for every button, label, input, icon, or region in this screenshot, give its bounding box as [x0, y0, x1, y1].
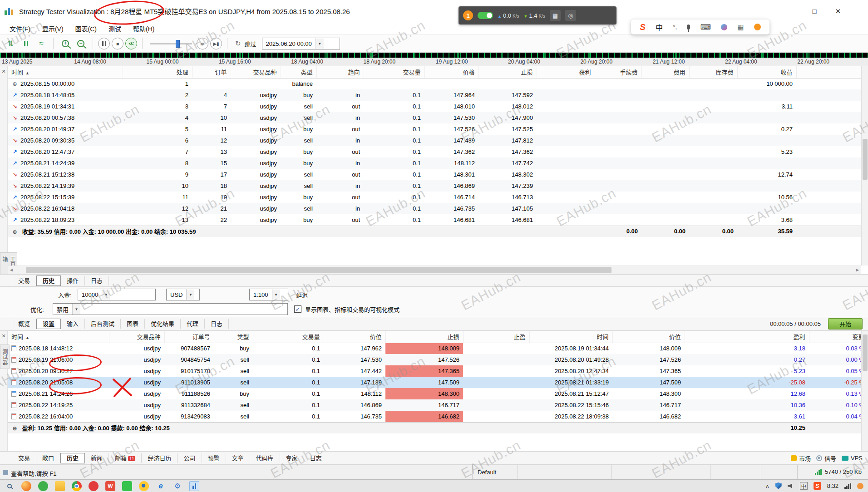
network-icon[interactable] — [844, 483, 851, 489]
indicator-line-button[interactable]: ≈ — [35, 37, 48, 50]
leverage-combo[interactable]: 1:100▼ — [249, 289, 288, 300]
skip-to-end-button[interactable]: ▶▮ — [210, 38, 222, 49]
column-header-9[interactable]: 获利 — [537, 66, 595, 78]
mic-icon[interactable] — [687, 25, 690, 30]
speed-slider[interactable] — [150, 38, 192, 49]
bottom-tab-11[interactable]: 日志 — [304, 453, 328, 463]
toolbox-tab-2[interactable]: 操作 — [61, 276, 85, 285]
bottom-tab-0[interactable]: 交易 — [12, 453, 36, 463]
column-header-5[interactable]: 趋向 — [316, 66, 364, 78]
minimize-button[interactable]: — — [785, 7, 796, 15]
column-header-13[interactable]: 收益 — [737, 66, 796, 78]
toolbox-tab-1[interactable]: 历史 — [36, 276, 61, 286]
net-speed-widget[interactable]: 1 ▲0.0K/s ▼1.4K/s ▦ ◎ — [459, 6, 616, 25]
defender-shield-icon[interactable] — [775, 482, 782, 489]
clock[interactable]: 8:32 — [827, 482, 838, 489]
browser-360-icon[interactable] — [38, 481, 48, 491]
table-row[interactable]: ↗2025.08.18 14:48:0524usdjpybuyin0.1147.… — [8, 89, 868, 101]
profile-selector[interactable]: Default — [478, 469, 496, 476]
table-row[interactable]: ↗2025.08.20 12:47:37713usdjpybuyout0.114… — [8, 146, 868, 157]
column-header-0[interactable]: 时间▲ — [8, 331, 109, 343]
menu-item-0[interactable]: 文件(F) — [4, 23, 36, 34]
bottom-tab-1[interactable]: 敞口 — [36, 453, 60, 463]
chevron-up-icon[interactable]: ∧ — [765, 483, 769, 489]
slider-handle[interactable] — [176, 40, 180, 48]
column-header-9[interactable]: 价位 — [612, 331, 685, 343]
positions-summary-row[interactable]: ⊕ 盈利: 10.25 信用: 0.00 入金: 0.00 提款: 0.00 结… — [8, 422, 868, 433]
notification-icon[interactable] — [857, 483, 863, 489]
red-app-icon[interactable] — [89, 481, 99, 491]
tester-tab-6[interactable]: 代理 — [181, 319, 205, 329]
scrollbar-thumb[interactable] — [863, 139, 868, 180]
scroll-right-icon[interactable]: ► — [855, 267, 860, 272]
folder-icon[interactable] — [55, 481, 65, 491]
settings-gear-icon[interactable]: ⚙ — [173, 481, 182, 491]
table-row[interactable]: ↘2025.08.20 09:30:35612usdjpysellin0.114… — [8, 135, 868, 146]
zoom-in-button[interactable]: + — [59, 37, 72, 50]
column-header-7[interactable]: 价格 — [424, 66, 478, 78]
chrome-icon[interactable] — [72, 481, 82, 491]
column-header-6[interactable]: 止损 — [385, 331, 463, 343]
zoom-out-button[interactable]: − — [74, 37, 88, 50]
search-icon[interactable] — [5, 481, 15, 491]
firefox-icon[interactable] — [21, 481, 31, 491]
column-header-3[interactable]: 类型 — [214, 331, 253, 343]
chinese-mode-icon[interactable]: 中 — [656, 22, 663, 33]
table-row[interactable]: ⊕2025.08.15 00:00:001balance10 000.00 — [8, 78, 868, 89]
column-header-4[interactable]: 交易量 — [253, 331, 324, 343]
tester-tab-2[interactable]: 输入 — [61, 319, 85, 329]
toolbox-tab-3[interactable]: 日志 — [85, 276, 109, 285]
tester-tab-1[interactable]: 设置 — [36, 319, 61, 329]
visual-mode-checkbox[interactable]: ✓ — [294, 305, 301, 313]
optimization-combo[interactable]: 禁用▼ — [53, 303, 288, 315]
sogou-tray-icon[interactable]: S — [814, 482, 821, 490]
column-header-4[interactable]: 类型 — [281, 66, 316, 78]
vps-button[interactable]: VPS — [842, 455, 863, 462]
column-header-11[interactable]: 费用 — [641, 66, 689, 78]
scrollbar-thumb[interactable] — [26, 267, 612, 273]
green-app-icon[interactable] — [122, 481, 132, 491]
table-row[interactable]: 2025.08.20 21:05:08usdjpy911013905sell0.… — [8, 377, 868, 388]
table-row[interactable]: 2025.08.19 21:06:00usdjpy904845754sell0.… — [8, 354, 868, 365]
column-header-6[interactable]: 交易量 — [364, 66, 424, 78]
table-row[interactable]: ↗2025.08.21 14:24:39815usdjpybuyin0.1148… — [8, 157, 868, 169]
punctuation-icon[interactable]: °, — [673, 24, 677, 30]
sogou-logo-icon[interactable]: S — [640, 22, 646, 32]
rewind-button[interactable]: ≪ — [125, 38, 137, 49]
stop-button[interactable]: ■ — [112, 38, 123, 49]
chart-shift-button[interactable]: ⇅ — [4, 37, 17, 50]
column-header-10[interactable]: 盈利 — [685, 331, 809, 343]
tester-tab-4[interactable]: 图表 — [121, 319, 145, 329]
keyboard-icon[interactable]: ⌨ — [700, 23, 711, 31]
table-row[interactable]: 2025.08.22 16:04:00usdjpy913429083sell0.… — [8, 411, 868, 422]
skin-icon[interactable] — [721, 24, 727, 30]
column-header-10[interactable]: 手续费 — [595, 66, 641, 78]
maximize-button[interactable]: □ — [809, 7, 820, 15]
scroll-left-icon[interactable]: ◄ — [9, 267, 14, 272]
deals-summary-row[interactable]: ⊕ 收益: 35.59 信用: 0.00 入金: 10 000.00 出金: 0… — [8, 226, 868, 237]
table-row[interactable]: ↘2025.08.21 15:12:38917usdjpysellout0.11… — [8, 169, 868, 180]
menu-item-2[interactable]: 图表(C) — [69, 23, 103, 34]
pause-button[interactable] — [98, 38, 110, 49]
table-row[interactable]: 2025.08.22 14:19:25usdjpy911332684sell0.… — [8, 399, 868, 411]
table-row[interactable]: ↗2025.08.22 18:09:231322usdjpybuyout0.11… — [8, 214, 868, 226]
menu-item-4[interactable]: 帮助(H) — [127, 23, 160, 34]
capture-window-icon[interactable]: ▦ — [550, 10, 561, 21]
table-row[interactable]: 2025.08.20 09:30:27usdjpy910175170sell0.… — [8, 365, 868, 377]
wps-icon[interactable]: W — [105, 481, 115, 491]
table-row[interactable]: ↘2025.08.20 00:57:38410usdjpysellin0.114… — [8, 112, 868, 123]
deals-vertical-scrollbar[interactable] — [861, 66, 868, 266]
column-header-1[interactable]: 处理 — [123, 66, 192, 78]
chart-timeline-strip[interactable] — [0, 53, 868, 58]
tester-vertical-tab[interactable]: 测试器 — [0, 344, 10, 369]
table-row[interactable]: ↘2025.08.22 16:04:181221usdjpysellin0.11… — [8, 203, 868, 214]
deals-horizontal-scrollbar[interactable]: ◄ ► — [8, 266, 861, 274]
table-row[interactable]: ↗2025.08.22 15:15:391119usdjpybuyout0.11… — [8, 192, 868, 203]
bottom-tab-8[interactable]: 文章 — [226, 453, 250, 463]
deposit-combo[interactable]: 10000▼ — [78, 289, 156, 300]
ie-icon[interactable]: e — [156, 481, 166, 491]
input-indicator-icon[interactable]: 中 — [800, 482, 808, 490]
fast-forward-button[interactable]: ≫ — [197, 38, 208, 49]
column-header-8[interactable]: 时间 — [529, 331, 612, 343]
toggle-pill[interactable] — [478, 12, 493, 19]
